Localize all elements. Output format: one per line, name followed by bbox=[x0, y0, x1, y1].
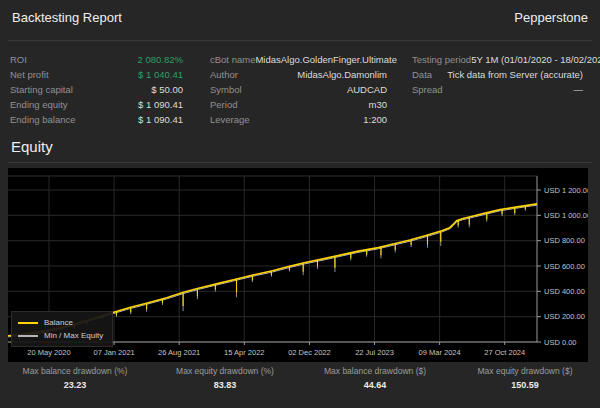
cbot-name-value: MidasAlgo.GoldenFinger.Ultimate bbox=[255, 54, 397, 65]
chart-legend: Balance Min / Max Equity bbox=[11, 311, 113, 347]
y-tick-label: USD 1 000.00 bbox=[544, 211, 588, 220]
stat-value: 83.83 bbox=[150, 380, 300, 390]
summary-row-symbol: Symbol AUDCAD bbox=[210, 82, 387, 97]
data-label: Data bbox=[412, 69, 432, 80]
testing-period-value: 5Y 1M (01/01/2020 - 18/02/2025) bbox=[471, 54, 600, 65]
ending-balance-value: $ 1 090.41 bbox=[138, 114, 183, 125]
brand-logo-text: Pepperstone bbox=[514, 10, 588, 25]
minmax-legend-label: Min / Max Equity bbox=[44, 331, 103, 340]
x-tick-label: 22 Jul 2023 bbox=[355, 348, 394, 357]
balance-legend-label: Balance bbox=[44, 318, 73, 327]
drawdown-stats-bar: Max balance drawdown (%) 23.23 Max equit… bbox=[0, 366, 600, 390]
equity-divider bbox=[8, 162, 592, 163]
x-tick-label: 26 Aug 2021 bbox=[158, 348, 200, 357]
summary-row-starting-capital: Starting capital $ 50.00 bbox=[10, 82, 183, 97]
stat-max-equity-drawdown-usd: Max equity drawdown ($) 150.59 bbox=[450, 366, 600, 390]
equity-chart[interactable]: USD 1 200.00USD 1 000.00USD 800.00USD 60… bbox=[8, 168, 588, 362]
stat-max-balance-drawdown-pct: Max balance drawdown (%) 23.23 bbox=[0, 366, 150, 390]
y-tick-label: USD 200.00 bbox=[544, 312, 585, 321]
summary-row-author: Author MidasAlgo.Damonlim bbox=[210, 67, 387, 82]
y-tick-label: USD 400.00 bbox=[544, 287, 585, 296]
x-tick-label: 20 May 2020 bbox=[27, 348, 70, 357]
stat-label: Max balance drawdown ($) bbox=[300, 366, 450, 376]
stat-value: 44.64 bbox=[300, 380, 450, 390]
summary-row-net-profit: Net profit $ 1 040.41 bbox=[10, 67, 183, 82]
summary-row-testing-period: Testing period 5Y 1M (01/01/2020 - 18/02… bbox=[412, 52, 583, 67]
ending-equity-label: Ending equity bbox=[10, 99, 68, 110]
x-tick-label: 02 Dec 2022 bbox=[288, 348, 331, 357]
legend-item-minmax-equity: Min / Max Equity bbox=[18, 329, 106, 342]
period-value: m30 bbox=[369, 99, 387, 110]
stat-max-equity-drawdown-pct: Max equity drawdown (%) 83.83 bbox=[150, 366, 300, 390]
minmax-line-swatch bbox=[18, 335, 38, 337]
author-value: MidasAlgo.Damonlim bbox=[297, 69, 387, 80]
legend-item-balance: Balance bbox=[18, 316, 106, 329]
header-divider bbox=[8, 40, 592, 41]
stat-value: 23.23 bbox=[0, 380, 150, 390]
spread-label: Spread bbox=[412, 84, 443, 95]
y-tick-label: USD 800.00 bbox=[544, 236, 585, 245]
summary-row-ending-balance: Ending balance $ 1 090.41 bbox=[10, 112, 183, 127]
stat-value: 150.59 bbox=[450, 380, 600, 390]
cbot-name-label: cBot name bbox=[210, 54, 255, 65]
stat-label: Max balance drawdown (%) bbox=[0, 366, 150, 376]
summary-column-testing: Testing period 5Y 1M (01/01/2020 - 18/02… bbox=[412, 52, 583, 97]
roi-value: 2 080.82% bbox=[138, 54, 183, 65]
summary-column-bot: cBot name MidasAlgo.GoldenFinger.Ultimat… bbox=[210, 52, 387, 127]
y-tick-label: USD 0.00 bbox=[544, 338, 577, 347]
y-tick-label: USD 1 200.00 bbox=[544, 186, 588, 195]
summary-row-data: Data Tick data from Server (accurate) bbox=[412, 67, 583, 82]
x-tick-label: 09 Mar 2024 bbox=[419, 348, 461, 357]
spread-value: — bbox=[574, 84, 584, 95]
summary-row-cbot-name: cBot name MidasAlgo.GoldenFinger.Ultimat… bbox=[210, 52, 387, 67]
x-tick-label: 07 Jan 2021 bbox=[93, 348, 134, 357]
net-profit-label: Net profit bbox=[10, 69, 49, 80]
report-title: Backtesting Report bbox=[12, 10, 122, 25]
roi-label: ROI bbox=[10, 54, 27, 65]
net-profit-value: $ 1 040.41 bbox=[138, 69, 183, 80]
starting-capital-label: Starting capital bbox=[10, 84, 73, 95]
symbol-label: Symbol bbox=[210, 84, 242, 95]
x-tick-label: 15 Apr 2022 bbox=[224, 348, 264, 357]
summary-column-results: ROI 2 080.82% Net profit $ 1 040.41 Star… bbox=[10, 52, 183, 127]
summary-row-period: Period m30 bbox=[210, 97, 387, 112]
ending-equity-value: $ 1 090.41 bbox=[138, 99, 183, 110]
summary-row-ending-equity: Ending equity $ 1 090.41 bbox=[10, 97, 183, 112]
period-label: Period bbox=[210, 99, 237, 110]
symbol-value: AUDCAD bbox=[347, 84, 387, 95]
y-tick-label: USD 600.00 bbox=[544, 262, 585, 271]
author-label: Author bbox=[210, 69, 238, 80]
stat-label: Max equity drawdown ($) bbox=[450, 366, 600, 376]
x-tick-label: 27 Oct 2024 bbox=[484, 348, 525, 357]
testing-period-label: Testing period bbox=[412, 54, 471, 65]
starting-capital-value: $ 50.00 bbox=[151, 84, 183, 95]
summary-row-roi: ROI 2 080.82% bbox=[10, 52, 183, 67]
ending-balance-label: Ending balance bbox=[10, 114, 76, 125]
summary-row-spread: Spread — bbox=[412, 82, 583, 97]
balance-line-swatch bbox=[18, 322, 38, 324]
equity-section-title: Equity bbox=[11, 138, 53, 155]
stat-label: Max equity drawdown (%) bbox=[150, 366, 300, 376]
stat-max-balance-drawdown-usd: Max balance drawdown ($) 44.64 bbox=[300, 366, 450, 390]
data-value: Tick data from Server (accurate) bbox=[447, 69, 583, 80]
leverage-label: Leverage bbox=[210, 114, 250, 125]
leverage-value: 1:200 bbox=[363, 114, 387, 125]
summary-row-leverage: Leverage 1:200 bbox=[210, 112, 387, 127]
